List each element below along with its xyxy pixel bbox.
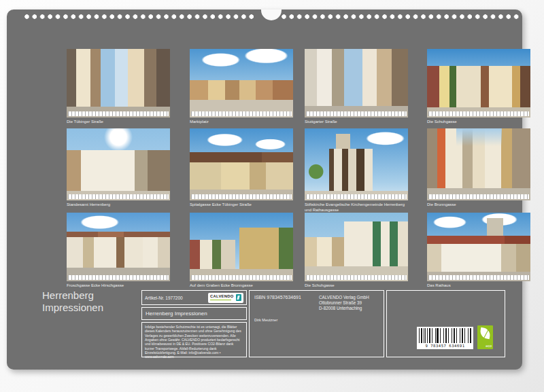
thumbnail-photo <box>305 128 408 200</box>
publisher-city: D-82008 Unterhaching <box>319 306 369 311</box>
thumbnail-cell: Die Schuhgasse <box>427 49 530 125</box>
thumbnail-photo <box>190 213 293 281</box>
barcode-box: 9 783457 634691 eco <box>386 290 505 357</box>
thumbnail-caption: Die Schuhgasse <box>305 283 408 289</box>
thumbnail-photo <box>305 213 408 281</box>
publisher-name: CALVENDO Verlag GmbH <box>319 295 369 300</box>
spiral-binding-holes-left <box>24 14 254 19</box>
thumbnail-cell: Auf dem Graben Ecke Bronngasse <box>190 213 293 289</box>
thumbnail-caption: Standesamt Herrenberg <box>67 202 170 208</box>
article-number-box: Artikel-Nr. 1977200 CALVENDO <box>141 290 247 305</box>
thumbnail-cell: Die Tübinger Straße <box>67 49 170 125</box>
thumbnail-photo <box>190 128 293 200</box>
product-title-box: Herrenberg Impressionen <box>141 307 247 320</box>
thumbnail-cell: Stiftskirche Evangelische Kirchengemeind… <box>305 128 408 213</box>
thumbnail-caption: Stuttgarter Straße <box>305 120 408 125</box>
publisher-address: CALVENDO Verlag GmbH Ottobrunner Straße … <box>319 295 369 311</box>
thumbnail-cell: Stuttgarter Straße <box>305 49 408 125</box>
eco-badge: eco <box>477 325 493 349</box>
thumbnail-cell: Marktplatz <box>190 49 293 125</box>
calvendo-book-icon <box>236 294 241 301</box>
thumbnail-cell: Froschgasse Ecke Hirschgasse <box>67 213 170 289</box>
thumbnail-caption: Die Tübinger Straße <box>67 120 170 125</box>
thumbnail-photo <box>190 49 293 118</box>
thumbnail-caption: Froschgasse Ecke Hirschgasse <box>67 283 170 289</box>
thumbnail-photo <box>427 128 530 200</box>
publisher-street: Ottobrunner Straße 39 <box>319 300 369 306</box>
thumbnail-photo <box>427 213 530 281</box>
barcode-bars <box>419 328 471 343</box>
thumbnail-caption: Auf dem Graben Ecke Bronngasse <box>190 283 293 289</box>
thumbnail-caption: Das Rathaus <box>427 283 530 289</box>
ean-barcode: 9 783457 634691 <box>417 327 473 349</box>
calvendo-logo-underline <box>210 300 231 301</box>
hanging-hole-notch <box>261 10 282 20</box>
calvendo-logo-text-wrap: CALVENDO <box>210 295 234 300</box>
thumbnail-caption: Marktplatz <box>190 120 293 125</box>
author-name: Dirk Meutzner <box>254 318 277 322</box>
thumbnail-caption: Spitalgasse Ecke Tübinger Straße <box>190 202 293 208</box>
thumbnail-cell: Spitalgasse Ecke Tübinger Straße <box>190 128 293 208</box>
isbn-number: ISBN 9783457634691 <box>254 295 301 300</box>
isbn-publisher-box: ISBN 9783457634691 CALVENDO Verlag GmbH … <box>249 290 384 357</box>
legal-text: Infolge bestehender Schutzrechte ist es … <box>145 325 241 359</box>
calendar-back-page: Die Tübinger Straße Marktplatz Stuttgart… <box>7 10 522 370</box>
thumbnail-cell: Standesamt Herrenberg <box>67 128 170 208</box>
barcode-digits: 9 783457 634691 <box>419 344 471 348</box>
spiral-binding-holes-right <box>282 14 520 19</box>
thumbnail-photo <box>427 49 530 118</box>
thumbnail-caption: Die Schuhgasse <box>427 120 530 125</box>
thumbnail-photo <box>67 128 170 200</box>
calvendo-logo-text: CALVENDO <box>210 295 234 299</box>
thumbnail-photo <box>67 49 170 118</box>
product-title: Herrenberg Impressionen <box>146 310 207 317</box>
article-number: Artikel-Nr. 1977200 <box>145 296 183 300</box>
thumbnail-cell: Das Rathaus <box>427 213 530 289</box>
thumbnail-cell: Die Bronngasse <box>427 128 530 208</box>
thumbnail-caption: Die Bronngasse <box>427 202 530 208</box>
thumbnail-photo <box>305 49 408 118</box>
thumbnail-photo <box>67 213 170 281</box>
legal-text-box: Infolge bestehender Schutzrechte ist es … <box>141 322 247 357</box>
back-cover-title: Herrenberg Impressionen <box>42 289 131 313</box>
thumbnail-caption: Stiftskirche Evangelische Kirchengemeind… <box>305 202 408 213</box>
thumbnail-cell: Die Schuhgasse <box>305 213 408 289</box>
eco-label: eco <box>486 344 492 348</box>
calvendo-logo: CALVENDO <box>208 293 243 303</box>
